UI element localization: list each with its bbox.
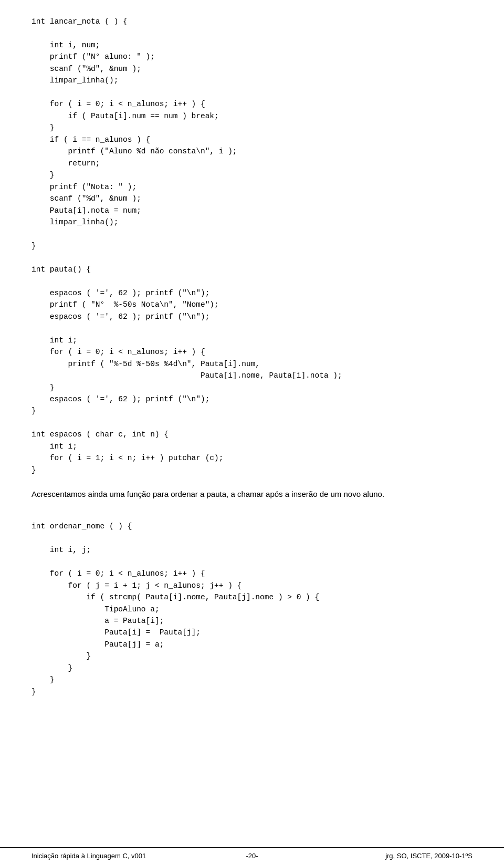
page-container: int lancar_nota ( ) { int i, num; printf… bbox=[0, 0, 504, 864]
prose-paragraph: Acrescentamos ainda uma função para orde… bbox=[32, 488, 472, 501]
code-block-2: int pauta() { espacos ( '=', 62 ); print… bbox=[32, 252, 472, 476]
footer-page-number: -20- bbox=[178, 852, 326, 860]
code-block-3: int ordenar_nome ( ) { int i, j; for ( i… bbox=[32, 509, 472, 698]
code-block-1: int lancar_nota ( ) { int i, num; printf… bbox=[32, 16, 472, 252]
footer-right-text: jrg, SO, ISCTE, 2009-10-1ºS bbox=[326, 852, 472, 860]
content-area: int lancar_nota ( ) { int i, num; printf… bbox=[0, 0, 504, 847]
footer-left-text: Iniciação rápida à Linguagem C, v001 bbox=[32, 852, 178, 860]
page-footer: Iniciação rápida à Linguagem C, v001 -20… bbox=[0, 847, 504, 864]
